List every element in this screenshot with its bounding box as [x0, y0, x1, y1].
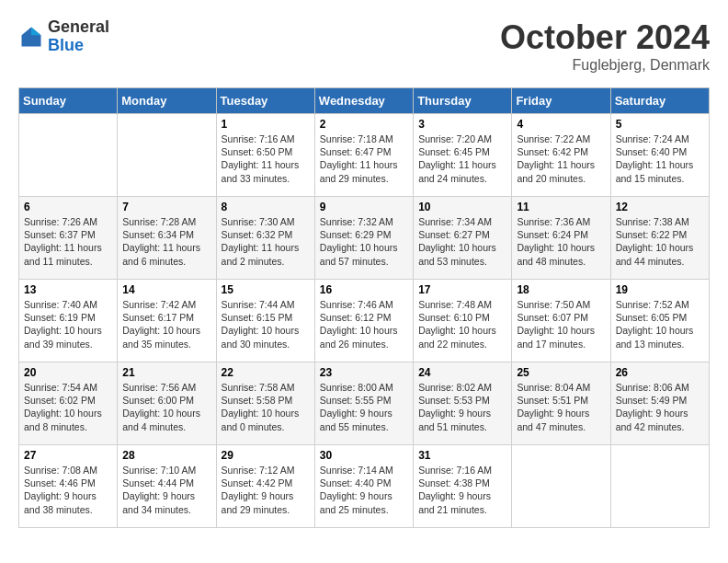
- day-info: Sunrise: 7:26 AM Sunset: 6:37 PM Dayligh…: [24, 215, 112, 268]
- day-info: Sunrise: 8:00 AM Sunset: 5:55 PM Dayligh…: [320, 381, 408, 433]
- cal-cell: 24Sunrise: 8:02 AM Sunset: 5:53 PM Dayli…: [414, 362, 512, 445]
- cal-cell: 27Sunrise: 7:08 AM Sunset: 4:46 PM Dayli…: [19, 445, 118, 528]
- day-number: 20: [24, 366, 112, 379]
- day-number: 5: [616, 118, 704, 131]
- day-number: 26: [616, 366, 704, 379]
- cal-cell: [512, 445, 610, 528]
- header-day-saturday: Saturday: [610, 88, 709, 114]
- day-info: Sunrise: 7:42 AM Sunset: 6:17 PM Dayligh…: [122, 298, 210, 350]
- day-info: Sunrise: 7:30 AM Sunset: 6:32 PM Dayligh…: [222, 215, 310, 268]
- week-row-1: 1Sunrise: 7:16 AM Sunset: 6:50 PM Daylig…: [19, 114, 710, 197]
- day-info: Sunrise: 7:38 AM Sunset: 6:22 PM Dayligh…: [616, 215, 704, 268]
- day-info: Sunrise: 7:14 AM Sunset: 4:40 PM Dayligh…: [320, 464, 408, 516]
- day-number: 3: [418, 118, 506, 131]
- day-info: Sunrise: 8:06 AM Sunset: 5:49 PM Dayligh…: [616, 381, 704, 433]
- cal-cell: 3Sunrise: 7:20 AM Sunset: 6:45 PM Daylig…: [414, 114, 512, 197]
- day-info: Sunrise: 7:16 AM Sunset: 4:38 PM Dayligh…: [418, 464, 506, 516]
- location: Fuglebjerg, Denmark: [500, 57, 710, 74]
- title-block: October 2024 Fuglebjerg, Denmark: [500, 18, 710, 74]
- day-number: 6: [24, 201, 112, 213]
- day-number: 7: [122, 201, 210, 213]
- day-info: Sunrise: 7:20 AM Sunset: 6:45 PM Dayligh…: [418, 132, 506, 185]
- cal-cell: 7Sunrise: 7:28 AM Sunset: 6:34 PM Daylig…: [118, 197, 216, 280]
- week-row-5: 27Sunrise: 7:08 AM Sunset: 4:46 PM Dayli…: [19, 445, 710, 528]
- cal-cell: 26Sunrise: 8:06 AM Sunset: 5:49 PM Dayli…: [610, 362, 709, 445]
- day-number: 2: [320, 118, 408, 131]
- day-info: Sunrise: 7:58 AM Sunset: 5:58 PM Dayligh…: [222, 381, 310, 433]
- logo-icon: [18, 24, 44, 50]
- day-number: 25: [517, 366, 605, 379]
- day-info: Sunrise: 7:36 AM Sunset: 6:24 PM Dayligh…: [517, 215, 605, 268]
- calendar-body: 1Sunrise: 7:16 AM Sunset: 6:50 PM Daylig…: [19, 114, 710, 528]
- header-day-sunday: Sunday: [19, 88, 118, 114]
- cal-cell: 1Sunrise: 7:16 AM Sunset: 6:50 PM Daylig…: [216, 114, 314, 197]
- cal-cell: 5Sunrise: 7:24 AM Sunset: 6:40 PM Daylig…: [610, 114, 709, 197]
- day-number: 14: [122, 283, 210, 296]
- cal-cell: 2Sunrise: 7:18 AM Sunset: 6:47 PM Daylig…: [314, 114, 413, 197]
- cal-cell: 14Sunrise: 7:42 AM Sunset: 6:17 PM Dayli…: [118, 280, 216, 362]
- header-day-tuesday: Tuesday: [216, 88, 314, 114]
- day-info: Sunrise: 7:32 AM Sunset: 6:29 PM Dayligh…: [320, 215, 408, 268]
- day-number: 28: [122, 449, 210, 462]
- cal-cell: 21Sunrise: 7:56 AM Sunset: 6:00 PM Dayli…: [118, 362, 216, 445]
- day-number: 10: [418, 201, 506, 213]
- day-info: Sunrise: 7:18 AM Sunset: 6:47 PM Dayligh…: [320, 132, 408, 185]
- cal-cell: 6Sunrise: 7:26 AM Sunset: 6:37 PM Daylig…: [19, 197, 118, 280]
- day-number: 19: [616, 283, 704, 296]
- day-info: Sunrise: 7:28 AM Sunset: 6:34 PM Dayligh…: [122, 215, 210, 268]
- day-info: Sunrise: 7:12 AM Sunset: 4:42 PM Dayligh…: [222, 464, 310, 516]
- day-info: Sunrise: 7:10 AM Sunset: 4:44 PM Dayligh…: [122, 464, 210, 516]
- cal-cell: 29Sunrise: 7:12 AM Sunset: 4:42 PM Dayli…: [216, 445, 314, 528]
- cal-cell: 30Sunrise: 7:14 AM Sunset: 4:40 PM Dayli…: [314, 445, 413, 528]
- cal-cell: 28Sunrise: 7:10 AM Sunset: 4:44 PM Dayli…: [118, 445, 216, 528]
- cal-cell: [118, 114, 216, 197]
- header-day-wednesday: Wednesday: [314, 88, 413, 114]
- cal-cell: 4Sunrise: 7:22 AM Sunset: 6:42 PM Daylig…: [512, 114, 610, 197]
- cal-cell: 31Sunrise: 7:16 AM Sunset: 4:38 PM Dayli…: [414, 445, 512, 528]
- header-day-thursday: Thursday: [414, 88, 512, 114]
- calendar-header: SundayMondayTuesdayWednesdayThursdayFrid…: [19, 88, 710, 114]
- cal-cell: 19Sunrise: 7:52 AM Sunset: 6:05 PM Dayli…: [610, 280, 709, 362]
- week-row-2: 6Sunrise: 7:26 AM Sunset: 6:37 PM Daylig…: [19, 197, 710, 280]
- cal-cell: 8Sunrise: 7:30 AM Sunset: 6:32 PM Daylig…: [216, 197, 314, 280]
- calendar-table: SundayMondayTuesdayWednesdayThursdayFrid…: [18, 87, 710, 528]
- month-title: October 2024: [500, 18, 710, 57]
- day-number: 23: [320, 366, 408, 379]
- day-info: Sunrise: 7:34 AM Sunset: 6:27 PM Dayligh…: [418, 215, 506, 268]
- page-header: General Blue October 2024 Fuglebjerg, De…: [18, 18, 710, 74]
- day-info: Sunrise: 7:22 AM Sunset: 6:42 PM Dayligh…: [517, 132, 605, 185]
- day-number: 4: [517, 118, 605, 131]
- day-number: 29: [222, 449, 310, 462]
- cal-cell: 12Sunrise: 7:38 AM Sunset: 6:22 PM Dayli…: [610, 197, 709, 280]
- day-info: Sunrise: 7:40 AM Sunset: 6:19 PM Dayligh…: [24, 298, 112, 350]
- week-row-3: 13Sunrise: 7:40 AM Sunset: 6:19 PM Dayli…: [19, 280, 710, 362]
- cal-cell: 23Sunrise: 8:00 AM Sunset: 5:55 PM Dayli…: [314, 362, 413, 445]
- day-number: 13: [24, 283, 112, 296]
- day-info: Sunrise: 8:02 AM Sunset: 5:53 PM Dayligh…: [418, 381, 506, 433]
- day-number: 22: [222, 366, 310, 379]
- week-row-4: 20Sunrise: 7:54 AM Sunset: 6:02 PM Dayli…: [19, 362, 710, 445]
- day-number: 9: [320, 201, 408, 213]
- cal-cell: 15Sunrise: 7:44 AM Sunset: 6:15 PM Dayli…: [216, 280, 314, 362]
- cal-cell: 16Sunrise: 7:46 AM Sunset: 6:12 PM Dayli…: [314, 280, 413, 362]
- day-number: 30: [320, 449, 408, 462]
- day-number: 12: [616, 201, 704, 213]
- day-info: Sunrise: 7:54 AM Sunset: 6:02 PM Dayligh…: [24, 381, 112, 433]
- header-day-friday: Friday: [512, 88, 610, 114]
- logo-text: General Blue: [48, 18, 109, 55]
- cal-cell: 25Sunrise: 8:04 AM Sunset: 5:51 PM Dayli…: [512, 362, 610, 445]
- day-number: 24: [418, 366, 506, 379]
- day-info: Sunrise: 7:50 AM Sunset: 6:07 PM Dayligh…: [517, 298, 605, 350]
- day-info: Sunrise: 7:56 AM Sunset: 6:00 PM Dayligh…: [122, 381, 210, 433]
- cal-cell: 9Sunrise: 7:32 AM Sunset: 6:29 PM Daylig…: [314, 197, 413, 280]
- day-info: Sunrise: 7:16 AM Sunset: 6:50 PM Dayligh…: [222, 132, 310, 185]
- day-number: 27: [24, 449, 112, 462]
- logo-general: General: [48, 18, 109, 37]
- cal-cell: 17Sunrise: 7:48 AM Sunset: 6:10 PM Dayli…: [414, 280, 512, 362]
- day-number: 11: [517, 201, 605, 213]
- day-info: Sunrise: 7:24 AM Sunset: 6:40 PM Dayligh…: [616, 132, 704, 185]
- day-info: Sunrise: 7:48 AM Sunset: 6:10 PM Dayligh…: [418, 298, 506, 350]
- header-row: SundayMondayTuesdayWednesdayThursdayFrid…: [19, 88, 710, 114]
- day-info: Sunrise: 7:46 AM Sunset: 6:12 PM Dayligh…: [320, 298, 408, 350]
- day-info: Sunrise: 7:52 AM Sunset: 6:05 PM Dayligh…: [616, 298, 704, 350]
